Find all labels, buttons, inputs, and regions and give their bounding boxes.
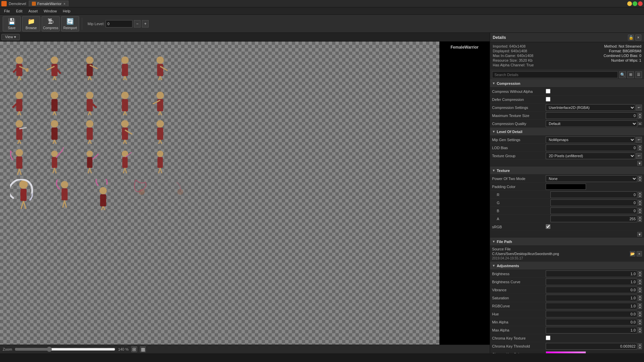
r-channel-input[interactable] [550,191,637,198]
tab-close-button[interactable]: × [63,2,65,6]
chroma-key-color-swatch[interactable] [546,351,586,354]
hue-spin-up[interactable]: ▲ [638,311,642,314]
g-spin-down[interactable]: ▼ [638,203,642,206]
info-value-lod: Combined LOD Bias: 0 [604,54,642,58]
texture-group-reset-button[interactable]: ↩ [636,153,642,159]
menu-asset[interactable]: Asset [26,8,41,14]
texture-group-dropdown[interactable]: 2D Pixels (unfiltered) [546,153,635,159]
rgbcurve-spin-up[interactable]: ▲ [638,303,642,306]
minimize-button[interactable] [627,1,632,6]
mip-gen-reset-button[interactable]: ↩ [636,137,642,143]
brightness-curve-spin-up[interactable]: ▲ [638,279,642,282]
view-toggle-button[interactable]: ⊞ [627,71,634,78]
zoom-checkerboard-button[interactable]: ▦ [140,346,146,352]
properties-scroll[interactable]: ▼ Compression Compress Without Alpha Def… [490,79,644,353]
source-file-browse-button[interactable]: 📂 [630,251,635,256]
lod-bias-spin-down[interactable]: ▼ [638,148,642,151]
defer-compression-checkbox[interactable] [546,97,550,102]
b-spin-down[interactable]: ▼ [638,211,642,214]
view-list-button[interactable]: ☰ [635,71,642,78]
mip-increment-button[interactable]: + [142,20,149,27]
a-channel-input[interactable] [550,216,637,222]
max-alpha-spin-down[interactable]: ▼ [638,330,642,333]
reimport-button[interactable]: 🔄 Reimport [61,16,79,32]
menu-file[interactable]: File [1,8,13,14]
close-button[interactable] [638,1,643,6]
zoom-fit-button[interactable]: ⊞ [131,346,137,352]
g-spin-up[interactable]: ▲ [638,200,642,203]
section-texture[interactable]: ▼ Texture [490,167,644,175]
chroma-key-threshold-spin-up[interactable]: ▲ [638,343,642,346]
r-spin-down[interactable]: ▼ [638,195,642,198]
power-of-two-spin-up[interactable]: ▲ [638,176,642,179]
brightness-input[interactable] [546,270,637,277]
max-alpha-spin-up[interactable]: ▲ [638,327,642,330]
brightness-spin-down[interactable]: ▼ [638,274,642,277]
brightness-curve-input[interactable] [546,279,637,285]
a-spin-down[interactable]: ▼ [638,219,642,222]
section-file-path[interactable]: ▼ File Path [490,238,644,246]
menu-help[interactable]: Help [60,8,73,14]
b-spin-up[interactable]: ▲ [638,208,642,211]
compression-settings-reset-button[interactable]: ↩ [636,105,642,111]
min-alpha-spin-up[interactable]: ▲ [638,319,642,322]
section-lod[interactable]: ▼ Level Of Detail [490,128,644,136]
compression-quality-dropdown[interactable]: Default [546,120,637,127]
brightness-spin-up[interactable]: ▲ [638,271,642,274]
menu-edit[interactable]: Edit [13,8,25,14]
r-spin-up[interactable]: ▲ [638,192,642,195]
view-button[interactable]: View ▾ [1,34,20,40]
details-close-button[interactable]: × [635,35,641,41]
comp-quality-spin-up[interactable]: ▲ [638,122,642,125]
search-button[interactable]: 🔍 [619,71,626,78]
hue-spin-down[interactable]: ▼ [638,314,642,317]
mip-gen-settings-dropdown[interactable]: NoMipmaps [546,136,635,143]
compress-button[interactable]: 🗜 Compress [42,16,60,32]
source-file-clear-button[interactable]: × [637,251,642,256]
saturation-spin-down[interactable]: ▼ [638,298,642,301]
chroma-key-texture-checkbox[interactable] [546,336,550,340]
chroma-key-threshold-input[interactable] [546,343,637,350]
rgbcurve-spin-down[interactable]: ▼ [638,306,642,309]
vibrance-input[interactable] [546,287,637,293]
power-of-two-spin-down[interactable]: ▼ [638,179,642,182]
saturation-input[interactable] [546,295,637,301]
details-lock-button[interactable]: 🔒 [628,35,634,41]
vibrance-spin-up[interactable]: ▲ [638,287,642,290]
srgb-checkbox[interactable] [546,224,550,229]
vibrance-spin-down[interactable]: ▼ [638,290,642,293]
browse-button[interactable]: 📁 Browse [22,16,40,32]
hue-input[interactable] [546,311,637,317]
rgbcurve-input[interactable] [546,303,637,309]
b-channel-input[interactable] [550,207,637,214]
mip-decrement-button[interactable]: − [134,20,141,27]
menu-window[interactable]: Window [41,8,59,14]
compress-without-alpha-checkbox[interactable] [546,89,550,94]
min-alpha-spin-down[interactable]: ▼ [638,322,642,325]
max-alpha-input[interactable] [546,327,637,334]
chroma-key-threshold-spin-down[interactable]: ▼ [638,346,642,349]
maximize-button[interactable] [633,1,637,6]
min-alpha-input[interactable] [546,319,637,325]
zoom-slider[interactable] [15,347,115,352]
save-button[interactable]: 💾 Save [3,16,21,32]
mip-level-input[interactable] [106,20,132,27]
brightness-curve-spin-down[interactable]: ▼ [638,282,642,285]
search-input[interactable] [492,71,618,78]
maximum-texture-size-input[interactable] [546,112,637,119]
max-texture-spin-up[interactable]: ▲ [638,113,642,116]
tab-female-warrior[interactable]: FemaleWarrior × [29,1,68,6]
lod-bias-input[interactable] [546,144,637,151]
compression-settings-dropdown[interactable]: UserInterface2D (RGBA) [546,104,635,111]
texture-expand-button[interactable]: ▼ [637,232,642,237]
saturation-spin-up[interactable]: ▲ [638,295,642,298]
section-adjustments[interactable]: ▼ Adjustments [490,262,644,270]
power-of-two-mode-dropdown[interactable]: None [546,175,637,182]
g-channel-input[interactable] [550,199,637,206]
lod-bias-spin-up[interactable]: ▲ [638,145,642,148]
section-compression[interactable]: ▼ Compression [490,79,644,87]
lod-expand-button[interactable]: ▼ [637,161,642,166]
padding-color-swatch[interactable] [546,184,586,190]
a-spin-up[interactable]: ▲ [638,216,642,219]
max-texture-spin-down[interactable]: ▼ [638,116,642,119]
